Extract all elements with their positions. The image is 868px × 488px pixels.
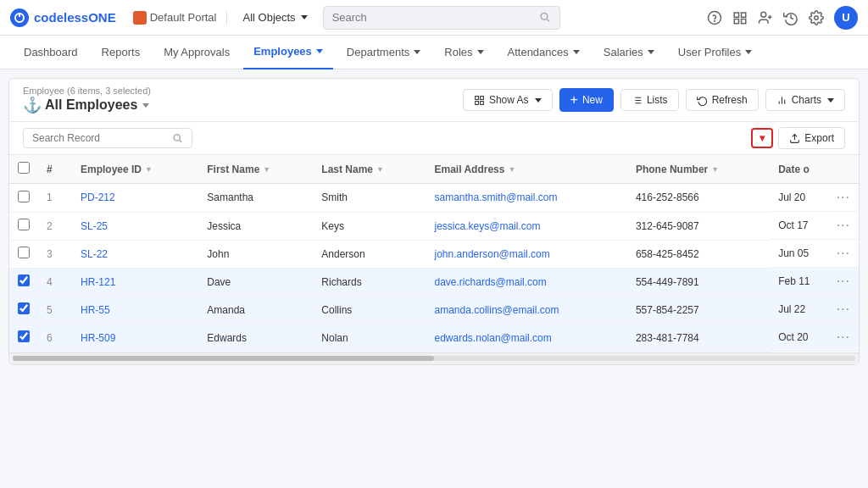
employee-id-sort-icon: ▼ — [145, 165, 153, 174]
nav-departments[interactable]: Departments — [337, 36, 431, 69]
show-as-button[interactable]: Show As — [463, 89, 553, 111]
row-email[interactable]: amanda.collins@email.com — [426, 296, 627, 324]
settings-icon[interactable] — [809, 10, 824, 25]
svg-point-4 — [709, 11, 721, 24]
col-first-name[interactable]: First Name▼ — [198, 155, 313, 184]
row-email[interactable]: john.anderson@mail.com — [426, 240, 627, 268]
row-email[interactable]: samantha.smith@mail.com — [426, 184, 627, 213]
nav-user-profiles[interactable]: User Profiles — [668, 36, 762, 69]
email-link[interactable]: john.anderson@mail.com — [435, 248, 550, 260]
row-employee-id[interactable]: SL-25 — [72, 212, 198, 240]
row-employee-id[interactable]: PD-212 — [72, 184, 198, 213]
svg-rect-15 — [480, 96, 483, 99]
row-email[interactable]: edwards.nolan@mail.com — [426, 324, 627, 352]
svg-rect-9 — [742, 19, 746, 23]
anchor-icon: ⚓ — [23, 96, 42, 114]
row-checkbox[interactable] — [18, 191, 30, 202]
horizontal-scrollbar[interactable] — [9, 352, 859, 364]
export-button[interactable]: Export — [778, 127, 845, 149]
dropdown-chevron-button[interactable]: ▾ — [751, 128, 773, 148]
nav-salaries[interactable]: Salaries — [593, 36, 665, 69]
row-date: Oct 20 ··· — [770, 324, 859, 352]
portal-selector[interactable]: Default Portal — [133, 11, 228, 25]
row-date: Oct 17 ··· — [770, 212, 859, 240]
global-search[interactable] — [323, 6, 560, 30]
email-link[interactable]: samantha.smith@mail.com — [435, 191, 558, 203]
row-checkbox-cell[interactable] — [9, 324, 38, 352]
menu-icon[interactable] — [732, 10, 748, 25]
row-checkbox[interactable] — [18, 219, 30, 230]
search-record-input[interactable] — [32, 132, 168, 144]
row-checkbox-cell[interactable] — [9, 268, 38, 296]
nav-my-approvals[interactable]: My Approvals — [153, 36, 240, 69]
col-email[interactable]: Email Address▼ — [426, 155, 627, 184]
col-last-name[interactable]: Last Name▼ — [313, 155, 426, 184]
row-checkbox[interactable] — [18, 274, 30, 286]
col-employee-id[interactable]: Employee ID▼ — [72, 155, 198, 184]
row-checkbox[interactable] — [18, 247, 30, 258]
row-more-button[interactable]: ··· — [837, 190, 850, 205]
refresh-button[interactable]: Refresh — [686, 89, 759, 111]
row-checkbox-cell[interactable] — [9, 184, 38, 213]
charts-button[interactable]: Charts — [765, 89, 845, 111]
row-checkbox-cell[interactable] — [9, 212, 38, 240]
new-button[interactable]: + New — [559, 88, 614, 112]
row-more-button[interactable]: ··· — [837, 330, 850, 345]
portal-icon — [133, 11, 147, 25]
select-all-header[interactable] — [9, 155, 38, 184]
employee-id-link[interactable]: SL-25 — [81, 220, 108, 232]
row-more-button[interactable]: ··· — [837, 274, 850, 289]
row-checkbox-cell[interactable] — [9, 240, 38, 268]
nav-reports[interactable]: Reports — [92, 36, 151, 69]
nav-employees[interactable]: Employees — [243, 36, 333, 69]
employee-id-link[interactable]: PD-212 — [81, 191, 115, 203]
svg-point-13 — [815, 15, 819, 19]
row-last-name: Anderson — [313, 240, 426, 268]
nav-dashboard[interactable]: Dashboard — [14, 36, 88, 69]
scrollbar-track[interactable] — [13, 356, 855, 361]
row-checkbox[interactable] — [18, 302, 30, 314]
email-link[interactable]: edwards.nolan@mail.com — [435, 332, 552, 344]
scrollbar-thumb[interactable] — [13, 356, 434, 361]
salaries-caret-icon — [648, 50, 654, 54]
all-objects-caret-icon — [301, 15, 308, 19]
main-navigation: Dashboard Reports My Approvals Employees… — [0, 36, 868, 69]
help-icon[interactable] — [707, 10, 722, 25]
table-row: 3 SL-22 John Anderson john.anderson@mail… — [9, 240, 859, 268]
row-email[interactable]: jessica.keys@mail.com — [426, 212, 627, 240]
svg-rect-17 — [480, 101, 483, 104]
employee-id-link[interactable]: SL-22 — [81, 248, 108, 260]
svg-rect-14 — [476, 96, 479, 99]
row-employee-id[interactable]: HR-121 — [72, 268, 198, 296]
row-more-button[interactable]: ··· — [837, 218, 850, 233]
view-title-caret-icon — [142, 103, 149, 108]
nav-attendances[interactable]: Attendances — [498, 36, 590, 69]
nav-roles[interactable]: Roles — [434, 36, 493, 69]
employee-id-link[interactable]: HR-55 — [81, 304, 110, 316]
all-objects-dropdown[interactable]: All Objects — [236, 11, 314, 24]
email-link[interactable]: dave.richards@mail.com — [435, 276, 547, 288]
search-record-container[interactable] — [23, 128, 192, 148]
select-all-checkbox[interactable] — [18, 162, 30, 174]
row-more-button[interactable]: ··· — [837, 302, 850, 317]
avatar[interactable]: U — [834, 6, 858, 30]
lists-button[interactable]: Lists — [620, 89, 679, 111]
search-record-row: ▾ Export — [9, 122, 859, 155]
app-logo[interactable]: codelessONE — [10, 8, 116, 27]
history-icon[interactable] — [783, 10, 798, 25]
global-search-input[interactable] — [332, 11, 541, 24]
row-more-button[interactable]: ··· — [837, 246, 850, 261]
row-checkbox-cell[interactable] — [9, 296, 38, 324]
email-link[interactable]: amanda.collins@email.com — [435, 304, 559, 316]
email-link[interactable]: jessica.keys@mail.com — [435, 220, 541, 232]
row-email[interactable]: dave.richards@mail.com — [426, 268, 627, 296]
row-checkbox[interactable] — [18, 330, 30, 342]
charts-icon — [776, 95, 787, 106]
row-employee-id[interactable]: SL-22 — [72, 240, 198, 268]
user-add-icon[interactable] — [758, 10, 773, 25]
employee-id-link[interactable]: HR-509 — [81, 332, 115, 344]
row-employee-id[interactable]: HR-55 — [72, 296, 198, 324]
col-phone[interactable]: Phone Number▼ — [627, 155, 770, 184]
row-employee-id[interactable]: HR-509 — [72, 324, 198, 352]
employee-id-link[interactable]: HR-121 — [81, 276, 115, 288]
